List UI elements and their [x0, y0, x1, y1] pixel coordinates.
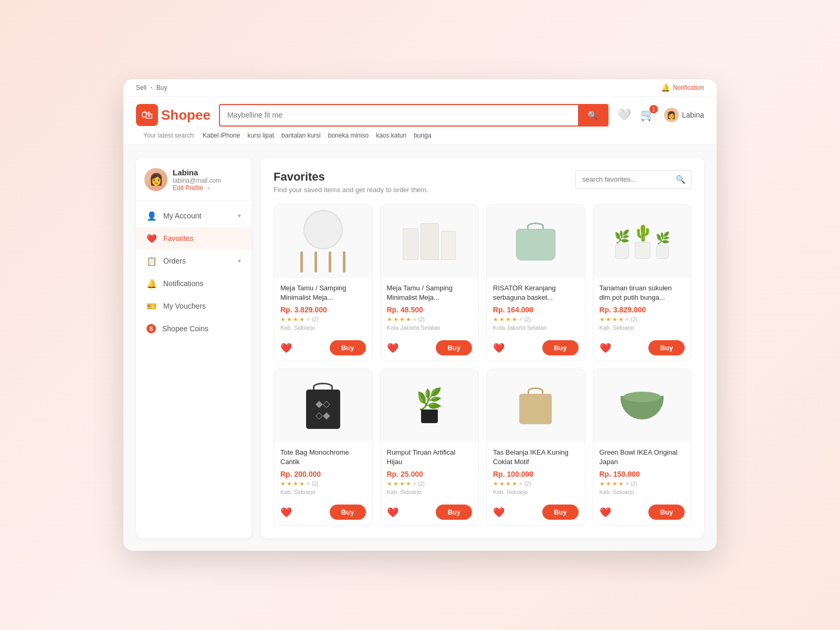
favorite-button[interactable]: ❤️: [493, 507, 505, 518]
sidebar: 👩 Labina labina@mail.com Edit Profile → …: [136, 158, 251, 539]
buy-button[interactable]: Buy: [542, 505, 579, 520]
favorite-button[interactable]: ❤️: [280, 507, 292, 518]
orders-label: Orders: [163, 257, 186, 265]
star-count: (2): [418, 481, 425, 487]
edit-profile-link[interactable]: Edit Profile →: [173, 184, 221, 192]
sidebar-item-account[interactable]: 👤 My Account ▾: [136, 205, 251, 227]
search-button[interactable]: 🔍: [578, 105, 607, 125]
account-icon: 👤: [146, 211, 157, 221]
suggestion-5[interactable]: bunga: [414, 132, 431, 139]
sidebar-item-favorites[interactable]: ❤️ Favorites: [136, 227, 251, 250]
sidebar-item-vouchers[interactable]: 🎫 My Vouchers: [136, 295, 251, 318]
buy-button[interactable]: Buy: [436, 340, 472, 355]
favorite-button[interactable]: ❤️: [600, 342, 611, 354]
favorite-button[interactable]: ❤️: [493, 342, 505, 354]
product-stars: ★★★★★ (2): [493, 480, 579, 487]
star-count: (2): [524, 317, 531, 322]
product-image: [381, 205, 479, 278]
sidebar-item-coins[interactable]: S Shopee Coins: [136, 318, 251, 340]
panel-subtitle: Find your saved items and get ready to o…: [274, 186, 428, 194]
buy-button[interactable]: Buy: [330, 340, 366, 355]
suggestion-2[interactable]: bantalan kursi: [281, 132, 321, 139]
header-icons: 🤍 🛒 1 👩 Labina: [617, 108, 704, 122]
product-card: 🌿 Rumput Tiruan Artifical Hijau Rp. 25.0…: [380, 369, 479, 526]
suggestion-0[interactable]: Kabel iPhone: [203, 132, 240, 139]
search-favorites-button[interactable]: 🔍: [670, 171, 691, 188]
logo[interactable]: 🛍 Shopee: [136, 104, 211, 126]
product-card: Meja Tamu / Samping Minimalist Meja... R…: [274, 204, 373, 361]
sidebar-item-notifications[interactable]: 🔔 Notifications: [136, 272, 251, 295]
product-card: Tas Belanja IKEA Kuning Coklat Motif Rp.…: [486, 369, 585, 526]
product-image: ◆◇◇◆: [274, 369, 372, 443]
search-favorites-input[interactable]: [576, 171, 670, 187]
product-price: Rp. 25.000: [387, 470, 472, 478]
buy-button[interactable]: Buy: [330, 505, 366, 520]
product-price: Rp. 200.000: [280, 470, 366, 478]
buy-link[interactable]: Buy: [156, 84, 167, 91]
star-count: (2): [312, 481, 318, 487]
user-name: Labina: [682, 111, 704, 119]
buy-button[interactable]: Buy: [436, 505, 472, 520]
product-info: Rumput Tiruan Artifical Hijau Rp. 25.000…: [381, 443, 479, 505]
product-location: Kota Jakarta Selatan: [493, 324, 579, 331]
favorite-button[interactable]: ❤️: [600, 507, 611, 518]
product-stars: ★★★★★ (2): [600, 480, 685, 487]
dot-divider: •: [151, 85, 152, 90]
header-main: 🛍 Shopee 🔍 🤍 🛒 1 👩 Labina: [136, 104, 704, 127]
sidebar-item-orders[interactable]: 📋 Orders ▾: [136, 250, 251, 272]
buy-button[interactable]: Buy: [648, 340, 685, 355]
buy-button[interactable]: Buy: [648, 505, 685, 520]
product-actions: ❤️ Buy: [487, 505, 585, 525]
panel-header: Favorites Find your saved items and get …: [274, 170, 691, 194]
product-image: [487, 369, 585, 443]
product-card: Meja Tamu / Samping Minimalist Meja... R…: [380, 204, 479, 361]
favorites-label: Favorites: [163, 234, 194, 243]
product-stars: ★★★★★ (2): [280, 480, 366, 487]
suggestion-4[interactable]: kaos katun: [376, 132, 406, 139]
notification-link[interactable]: 🔔 Notification: [661, 83, 704, 92]
top-bar: Sell • Buy 🔔 Notification: [123, 79, 717, 97]
star-count: (2): [631, 481, 637, 487]
product-name: Meja Tamu / Samping Minimalist Meja...: [387, 284, 472, 302]
product-location: Kab. Sidoarjo: [387, 489, 472, 495]
search-input[interactable]: [220, 106, 578, 124]
logo-icon: 🛍: [136, 104, 158, 126]
suggestion-1[interactable]: kursi lipat: [247, 132, 274, 139]
user-button[interactable]: 👩 Labina: [664, 108, 704, 122]
panel-header-text: Favorites Find your saved items and get …: [274, 170, 428, 194]
product-name: Tanaman tiruan sukulen dlm pot putih bun…: [600, 284, 685, 302]
favorite-button[interactable]: ❤️: [387, 342, 398, 354]
user-avatar-small: 👩: [664, 108, 679, 122]
main-content: 👩 Labina labina@mail.com Edit Profile → …: [123, 145, 717, 551]
product-image: 🌿: [381, 369, 479, 443]
product-actions: ❤️ Buy: [593, 505, 691, 525]
avatar: 👩: [144, 168, 167, 191]
cart-button[interactable]: 🛒 1: [640, 108, 655, 122]
coins-icon: S: [146, 324, 156, 333]
star-count: (2): [631, 317, 637, 322]
wishlist-button[interactable]: 🤍: [617, 108, 631, 122]
sell-link[interactable]: Sell: [136, 84, 146, 91]
top-bar-left: Sell • Buy: [136, 84, 167, 91]
product-name: Tas Belanja IKEA Kuning Coklat Motif: [493, 448, 579, 467]
product-info: Tas Belanja IKEA Kuning Coklat Motif Rp.…: [487, 443, 585, 505]
product-card: RISATOR Keranjang serbaguna basket... Rp…: [486, 204, 585, 361]
product-location: Kab. Sidoarjo: [493, 489, 579, 495]
product-name: RISATOR Keranjang serbaguna basket...: [493, 284, 579, 302]
product-info: RISATOR Keranjang serbaguna basket... Rp…: [487, 278, 585, 340]
product-info: Meja Tamu / Samping Minimalist Meja... R…: [274, 278, 372, 340]
header: 🛍 Shopee 🔍 🤍 🛒 1 👩 Labina Your late: [123, 97, 717, 145]
account-label: My Account: [163, 212, 201, 220]
notifications-label: Notifications: [163, 279, 203, 288]
coins-label: Shopee Coins: [162, 324, 208, 333]
product-stars: ★★★★★ (2): [280, 316, 366, 323]
suggestion-3[interactable]: boneka miniso: [328, 132, 369, 139]
search-suggestions: Your latest search: Kabel iPhone kursi l…: [136, 132, 704, 139]
favorite-button[interactable]: ❤️: [387, 507, 398, 518]
product-location: Kab. Sidoarjo: [600, 324, 685, 331]
star-count: (2): [312, 317, 318, 322]
product-location: Kab. Sidoarjo: [600, 489, 685, 495]
star-count: (2): [524, 481, 531, 487]
buy-button[interactable]: Buy: [542, 340, 579, 355]
favorite-button[interactable]: ❤️: [280, 342, 292, 354]
